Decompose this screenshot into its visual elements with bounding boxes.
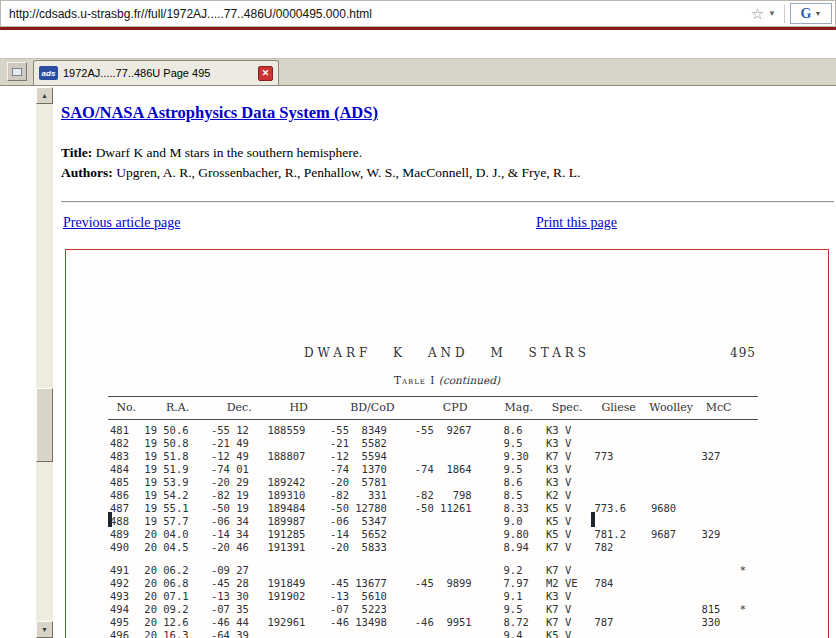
- cell-woolley: [645, 420, 697, 438]
- cell-gliese: [592, 554, 644, 577]
- cell-mag: 9.30: [496, 450, 542, 463]
- cell-cpd: [415, 437, 496, 450]
- cell-cpd: [415, 515, 496, 528]
- table-row: 49020 04.5-20 46191391-20 58338.94K7 V78…: [108, 541, 758, 554]
- cell-mcc: 330: [697, 616, 739, 629]
- cell-ra: 20 09.2: [144, 603, 211, 616]
- cell-cpd: -45 9899: [415, 577, 496, 590]
- cell-bd: -82 331: [330, 489, 415, 502]
- scan-article-title: DWARF K AND M STARS: [66, 346, 828, 360]
- cell-ra: 19 51.8: [144, 450, 211, 463]
- cell-gliese: [592, 515, 644, 528]
- cell-dec: -20 46: [211, 541, 268, 554]
- table-row: 49120 06.2-09 279.2K7 V*: [108, 554, 758, 577]
- cell-spec: K7 V: [542, 616, 592, 629]
- cell-mcc: 815: [697, 603, 739, 616]
- cell-dec: -09 27: [211, 554, 268, 577]
- cell-no: 496: [108, 629, 144, 638]
- cell-note: [740, 450, 758, 463]
- cell-cpd: [415, 450, 496, 463]
- tab-active[interactable]: ads 1972AJ.....77..486U Page 495 ✕: [33, 60, 279, 85]
- caption-label: Table I: [394, 374, 435, 386]
- table-row: 49520 12.6-46 44192961-46 13498-46 99518…: [108, 616, 758, 629]
- table-row: 48519 53.9-20 29189242-20 57818.6K3 V: [108, 476, 758, 489]
- table-row: 48819 57.7-06 34189987-06 53479.0K5 V: [108, 515, 758, 528]
- article-authors: Upgren, A. R., Grossenbacher, R., Penhal…: [116, 165, 580, 180]
- cell-spec: K7 V: [542, 603, 592, 616]
- cell-hd: 189310: [267, 489, 330, 502]
- cell-cpd: [415, 603, 496, 616]
- cell-gliese: 773.6: [592, 502, 644, 515]
- vertical-scrollbar[interactable]: ▲ ▼: [36, 87, 53, 638]
- bookmark-star-icon[interactable]: ☆: [751, 6, 764, 21]
- cell-note: [740, 463, 758, 476]
- cell-ra: 20 06.8: [144, 577, 211, 590]
- cell-gliese: 784: [592, 577, 644, 590]
- previous-article-link[interactable]: Previous article page: [63, 215, 180, 231]
- cell-woolley: [645, 603, 697, 616]
- cell-ra: 20 04.5: [144, 541, 211, 554]
- cell-cpd: [415, 554, 496, 577]
- cell-mag: 9.2: [496, 554, 542, 577]
- cell-no: 484: [108, 463, 144, 476]
- cell-ra: 20 07.1: [144, 590, 211, 603]
- cell-dec: -82 19: [211, 489, 268, 502]
- scan-artifact-mark: [108, 512, 112, 527]
- article-authors-line: Authors: Upgren, A. R., Grossenbacher, R…: [61, 163, 836, 183]
- cell-ra: 19 57.7: [144, 515, 211, 528]
- scroll-up-button[interactable]: ▲: [36, 87, 53, 104]
- cell-cpd: -50 11261: [415, 502, 496, 515]
- cell-dec: -21 49: [211, 437, 268, 450]
- cell-gliese: [592, 476, 644, 489]
- cell-bd: -46 13498: [330, 616, 415, 629]
- cell-bd: -13 5610: [330, 590, 415, 603]
- url-input[interactable]: http://cdsads.u-strasbg.fr//full/1972AJ.…: [1, 7, 745, 21]
- cell-no: 490: [108, 541, 144, 554]
- cell-hd: 192961: [267, 616, 330, 629]
- caption-note: (continued): [439, 374, 500, 386]
- cell-woolley: [645, 489, 697, 502]
- cell-gliese: 787: [592, 616, 644, 629]
- cell-bd: -50 12780: [330, 502, 415, 515]
- cell-bd: -20 5833: [330, 541, 415, 554]
- ads-header-link[interactable]: SAO/NASA Astrophysics Data System (ADS): [61, 103, 378, 123]
- cell-spec: K3 V: [542, 476, 592, 489]
- cell-dec: -20 29: [211, 476, 268, 489]
- cell-hd: [267, 629, 330, 638]
- table-row: 49220 06.8-45 28191849-45 13677-45 98997…: [108, 577, 758, 590]
- cell-no: 495: [108, 616, 144, 629]
- cell-bd: [330, 629, 415, 638]
- cell-ra: 19 50.8: [144, 437, 211, 450]
- search-engine-button[interactable]: G ▼: [790, 3, 832, 24]
- table-row: 49320 07.1-13 30191902-13 56109.1K3 V: [108, 590, 758, 603]
- cell-no: 481: [108, 420, 144, 438]
- left-gutter: [0, 87, 36, 638]
- scroll-down-button[interactable]: ▼: [36, 621, 53, 638]
- tab-close-button[interactable]: ✕: [258, 66, 273, 81]
- cell-mcc: [697, 476, 739, 489]
- scrollbar-thumb[interactable]: [36, 388, 53, 462]
- cell-no: 483: [108, 450, 144, 463]
- column-header: McC: [697, 397, 739, 420]
- tab-list-button[interactable]: [7, 62, 27, 81]
- cell-gliese: 773: [592, 450, 644, 463]
- star-table: No.R.A.Dec.HDBD/CoDCPDMag.Spec.GlieseWoo…: [108, 396, 758, 638]
- cell-ra: 19 51.9: [144, 463, 211, 476]
- cell-dec: -74 01: [211, 463, 268, 476]
- cell-mag: 9.0: [496, 515, 542, 528]
- scan-table-caption: Table I (continued): [66, 374, 828, 386]
- cell-mcc: [697, 541, 739, 554]
- url-bar[interactable]: http://cdsads.u-strasbg.fr//full/1972AJ.…: [0, 0, 836, 27]
- theme-divider-bar: [0, 27, 836, 30]
- print-page-link[interactable]: Print this page: [536, 215, 617, 231]
- cell-woolley: [645, 616, 697, 629]
- cell-woolley: [645, 463, 697, 476]
- cell-note: *: [740, 603, 758, 616]
- cell-spec: K3 V: [542, 420, 592, 438]
- url-dropdown-icon[interactable]: ▼: [768, 9, 776, 18]
- page-content: SAO/NASA Astrophysics Data System (ADS) …: [53, 87, 836, 638]
- cell-ra: 20 16.3: [144, 629, 211, 638]
- cell-bd: -55 8349: [330, 420, 415, 438]
- cell-note: [740, 502, 758, 515]
- cell-no: 489: [108, 528, 144, 541]
